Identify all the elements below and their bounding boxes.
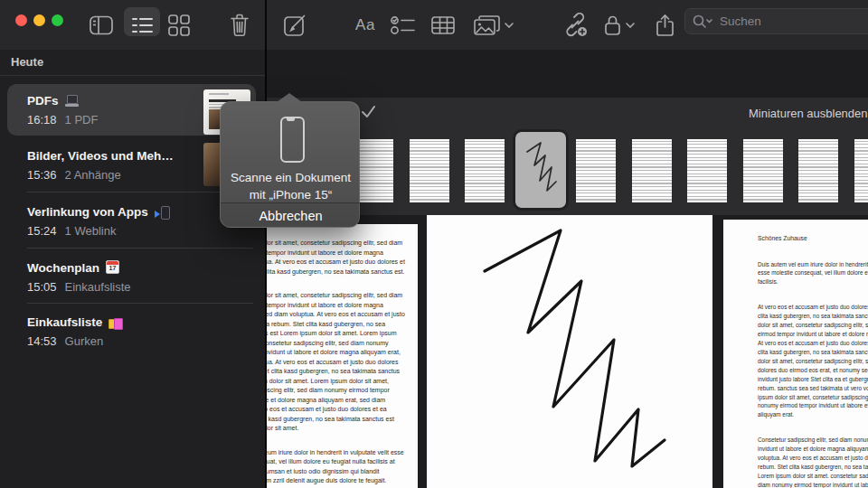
note-subtitle: 1 PDF <box>65 113 99 127</box>
page-paragraph: Lorem ipsum dolor sit amet, consetetur s… <box>267 239 405 277</box>
page-paragraph: Lorem ipsum dolor sit amet, consetetur s… <box>267 291 405 434</box>
search-icon <box>693 14 712 29</box>
trash-icon[interactable] <box>229 0 250 50</box>
scribble-drawing <box>427 215 712 488</box>
page-paragraph: At vero eos et accusam et justo duo dolo… <box>758 303 868 419</box>
note-title: Verlinkung von Apps <box>27 205 148 219</box>
page-paragraph: Duis autem vel eum iriure dolor in hendr… <box>758 260 868 287</box>
note-title: Bilder, Videos und Meh… <box>27 149 174 163</box>
note-subtitle: Einkaufsliste <box>65 280 131 294</box>
window-close-button[interactable] <box>15 14 27 26</box>
pdf-thumbnail[interactable] <box>682 132 732 208</box>
note-subtitle: 2 Anhänge <box>65 168 121 182</box>
scan-document-popover: Scanne ein Dokument mit „iPhone 15“ Abbr… <box>220 101 360 228</box>
notes-app-window: Aa <box>0 0 868 488</box>
cancel-button[interactable]: Abbrechen <box>221 203 361 228</box>
note-time: 15:24 <box>27 224 57 238</box>
format-icon[interactable]: Aa <box>352 0 379 50</box>
divider <box>0 75 265 76</box>
divider <box>27 248 253 249</box>
lock-chevron-down-icon[interactable] <box>625 0 636 50</box>
window-zoom-button[interactable] <box>52 14 63 26</box>
phone-with-arrow-emoji-icon <box>155 206 170 218</box>
popover-arrow <box>277 93 302 102</box>
page-paragraph: Duis autem vel eum iriure dolor in hendr… <box>267 448 405 488</box>
pdf-thumbnail[interactable] <box>571 132 621 208</box>
section-header: Heute <box>11 55 43 69</box>
lock-icon[interactable] <box>602 0 622 50</box>
shopping-bags-emoji-icon <box>108 316 123 328</box>
media-icon[interactable] <box>473 0 500 50</box>
list-view-icon <box>131 0 153 50</box>
pdf-thumbnail[interactable] <box>849 132 868 208</box>
page-paragraph: Consetetur sadipscing elitr, sed diam no… <box>758 436 868 488</box>
pdf-thumbnail[interactable] <box>459 132 510 208</box>
pdf-thumbnail[interactable] <box>793 132 844 208</box>
pdf-thumbnail-scribble[interactable] <box>515 132 566 208</box>
note-subtitle: 1 Weblink <box>65 224 117 238</box>
window-minimize-button[interactable] <box>33 14 45 26</box>
note-time: 16:18 <box>27 113 57 127</box>
markup-check-icon[interactable] <box>361 105 376 122</box>
iphone-icon <box>280 117 305 163</box>
pdf-page-preview-scribble[interactable] <box>427 215 712 488</box>
note-title: Wochenplan <box>27 261 99 275</box>
calendar-emoji-icon <box>106 260 119 274</box>
compose-icon[interactable] <box>283 0 307 50</box>
sidebar-toggle-icon[interactable] <box>89 0 114 50</box>
gallery-view-icon[interactable] <box>167 0 191 50</box>
popover-message: Scanne ein Dokument mit „iPhone 15“ <box>221 169 361 203</box>
media-chevron-down-icon[interactable] <box>504 0 514 50</box>
sidebar-divider <box>265 0 267 488</box>
note-title: Einkaufsliste <box>27 315 102 329</box>
note-row-wochenplan[interactable]: Wochenplan 15:05Einkaufsliste <box>0 250 265 303</box>
search-input[interactable] <box>718 14 839 29</box>
pdf-thumbnail[interactable] <box>627 132 677 208</box>
note-title: PDFs <box>27 94 59 108</box>
search-field[interactable] <box>684 8 868 34</box>
divider <box>27 303 253 304</box>
note-time: 15:05 <box>27 280 57 294</box>
checklist-icon[interactable] <box>390 0 415 50</box>
page-title: Schönes Zuhause <box>758 234 868 244</box>
table-icon[interactable] <box>430 0 456 50</box>
toolbar: Aa <box>0 0 868 51</box>
note-subtitle: Gurken <box>65 334 104 348</box>
note-time: 15:36 <box>27 168 57 182</box>
pdf-page-preview-right[interactable]: Schönes Zuhause Duis autem vel eum iriur… <box>723 220 868 488</box>
pdf-thumbnail[interactable] <box>738 132 788 208</box>
pdf-page-preview-left[interactable]: Lorem ipsum dolor sit amet, consetetur s… <box>267 224 418 488</box>
add-link-icon[interactable] <box>562 0 588 50</box>
share-icon[interactable] <box>654 0 675 50</box>
pdf-thumbnail[interactable] <box>404 132 455 208</box>
note-time: 14:53 <box>27 334 57 348</box>
laptop-emoji-icon <box>65 95 79 107</box>
note-row-einkaufsliste[interactable]: Einkaufsliste 14:53Gurken <box>0 305 265 358</box>
hide-thumbnails-button[interactable]: Miniaturen ausblenden <box>749 107 868 120</box>
